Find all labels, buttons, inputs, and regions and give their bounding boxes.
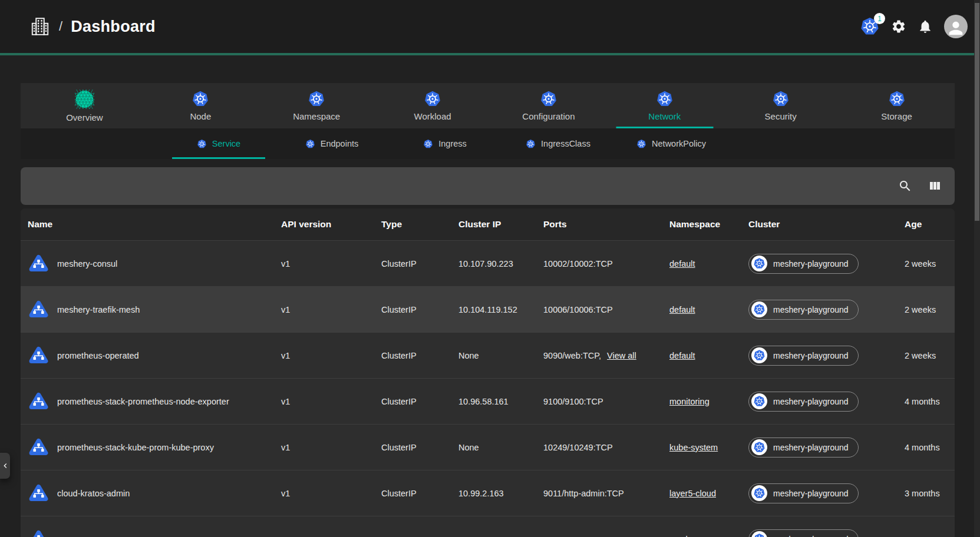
cluster-chip-label: meshery-playground — [773, 259, 849, 268]
namespace-link[interactable]: default — [669, 351, 695, 360]
cell-name: meshery-consul — [28, 253, 281, 274]
page-title: Dashboard — [71, 18, 156, 36]
kubernetes-icon — [751, 347, 767, 363]
cell-ports: 9090/web:TCP, View all — [543, 351, 669, 360]
search-button[interactable] — [898, 179, 912, 193]
kubernetes-icon — [772, 90, 790, 108]
table-row[interactable]: meshery-traefik-mesh v1 ClusterIP 10.104… — [21, 286, 955, 332]
service-icon — [28, 253, 50, 274]
cell-cluster-ip: 10.99.2.163 — [458, 489, 543, 498]
view-all-ports-link[interactable]: View all — [607, 351, 636, 360]
ports-value: 10006/10006:TCP — [543, 305, 613, 314]
kubernetes-context-button[interactable]: 1 — [860, 16, 880, 37]
resource-tab[interactable]: Overview — [27, 83, 143, 128]
column-header-api-version[interactable]: API version — [281, 219, 381, 230]
resource-tab[interactable]: Namespace — [259, 83, 375, 128]
namespace-link[interactable]: kube-system — [669, 443, 718, 452]
cluster-chip[interactable]: meshery-playground — [748, 437, 859, 458]
column-header-cluster[interactable]: Cluster — [748, 219, 905, 230]
user-avatar[interactable] — [944, 15, 968, 38]
namespace-link[interactable]: layer5-cloud — [669, 489, 716, 498]
resource-tab[interactable]: Node — [143, 83, 259, 128]
table-body: meshery-consul v1 ClusterIP 10.107.90.22… — [21, 240, 955, 537]
kubernetes-icon — [308, 90, 325, 108]
network-subtab[interactable]: NetworkPolicy — [615, 128, 728, 159]
kubernetes-icon — [526, 139, 536, 149]
column-header-cluster-ip[interactable]: Cluster IP — [458, 219, 543, 230]
cell-age: 3 months — [905, 489, 955, 498]
network-subtab-label: Endpoints — [321, 139, 359, 148]
cell-namespace: meshery — [669, 535, 748, 537]
resource-tab[interactable]: Workload — [375, 83, 491, 128]
column-header-ports[interactable]: Ports — [543, 219, 669, 230]
namespace-link[interactable]: meshery — [669, 535, 702, 537]
cell-ports: 10249/10249:TCP — [543, 443, 669, 452]
resource-tab-label: Node — [190, 111, 211, 121]
cluster-chip[interactable]: meshery-playground — [748, 300, 859, 320]
meshery-logo-icon — [75, 90, 94, 109]
columns-icon — [928, 179, 942, 193]
cell-namespace: monitoring — [669, 397, 748, 406]
cell-ports: 9100/9100:TCP — [543, 397, 669, 406]
breadcrumb: / Dashboard — [29, 16, 156, 37]
cell-namespace: default — [669, 259, 748, 268]
table-row[interactable]: prometheus-operated v1 ClusterIP None 90… — [21, 332, 955, 378]
table-row[interactable]: prometheus-stack-prometheus-node-exporte… — [21, 378, 955, 424]
namespace-link[interactable]: monitoring — [669, 397, 710, 406]
scrollbar-thumb[interactable] — [975, 3, 979, 221]
network-subtab[interactable]: Endpoints — [275, 128, 388, 159]
resource-tab[interactable]: Configuration — [491, 83, 607, 128]
settings-button[interactable] — [891, 19, 906, 34]
resource-tab-label: Network — [648, 111, 681, 121]
kubernetes-icon — [540, 90, 557, 108]
network-subtab-label: Ingress — [438, 139, 467, 148]
table-row[interactable]: prometheus-stack-kube-prom-kube-proxy v1… — [21, 424, 955, 470]
cell-namespace: default — [669, 351, 748, 360]
bell-icon — [918, 19, 933, 34]
building-icon[interactable] — [29, 16, 51, 37]
kubernetes-icon — [751, 256, 767, 271]
cell-age: 2 weeks — [905, 259, 955, 268]
network-subtab[interactable]: Ingress — [388, 128, 501, 159]
resource-tab[interactable]: Security — [722, 83, 839, 128]
sidebar-collapse-handle[interactable] — [0, 453, 10, 479]
network-subtab[interactable]: Service — [162, 128, 275, 159]
network-subtab[interactable]: IngressClass — [501, 128, 615, 159]
ports-value: 10002/10002:TCP — [543, 259, 613, 268]
namespace-link[interactable]: default — [669, 259, 695, 268]
show-columns-button[interactable] — [928, 179, 942, 193]
resource-tab[interactable]: Storage — [839, 83, 955, 128]
cell-cluster-ip: 10.107.90.223 — [458, 259, 543, 268]
kubernetes-icon — [751, 531, 767, 537]
table-row[interactable]: cloud-kratos-admin v1 ClusterIP 10.99.2.… — [21, 470, 955, 516]
column-header-type[interactable]: Type — [381, 219, 458, 230]
column-header-name[interactable]: Name — [28, 219, 281, 230]
service-icon — [28, 528, 50, 537]
service-name: cloud-kratos-admin — [57, 489, 130, 498]
column-header-namespace[interactable]: Namespace — [669, 219, 748, 230]
kubernetes-icon — [305, 139, 315, 149]
service-name: prometheus-stack-prometheus-node-exporte… — [57, 397, 229, 406]
cell-name — [28, 528, 281, 537]
resource-tab-label: Namespace — [293, 111, 340, 121]
cluster-chip[interactable]: meshery-playground — [748, 254, 859, 274]
cell-type: ClusterIP — [381, 259, 458, 268]
cell-api-version: v1 — [281, 443, 381, 452]
cell-cluster-ip: 10.104.119.152 — [458, 305, 543, 314]
cell-age: 4 months — [905, 397, 955, 406]
column-header-age[interactable]: Age — [905, 219, 955, 230]
cluster-chip[interactable]: meshery-playground — [748, 529, 859, 537]
cluster-chip[interactable]: meshery-playground — [748, 392, 859, 412]
cluster-chip[interactable]: meshery-playground — [748, 483, 859, 503]
notifications-button[interactable] — [918, 19, 933, 34]
cluster-chip[interactable]: meshery-playground — [748, 346, 859, 366]
namespace-link[interactable]: default — [669, 305, 695, 314]
resource-tab[interactable]: Network — [606, 83, 722, 128]
cell-ports: 9011/http-admin:TCP — [543, 489, 669, 498]
table-row[interactable]: meshery meshery-playground — [21, 516, 955, 537]
cell-name: cloud-kratos-admin — [28, 482, 281, 504]
table-row[interactable]: meshery-consul v1 ClusterIP 10.107.90.22… — [21, 240, 955, 286]
service-icon — [28, 344, 50, 366]
cell-cluster-ip: 10.96.58.161 — [458, 397, 543, 406]
cell-ports: 10002/10002:TCP — [543, 259, 669, 268]
